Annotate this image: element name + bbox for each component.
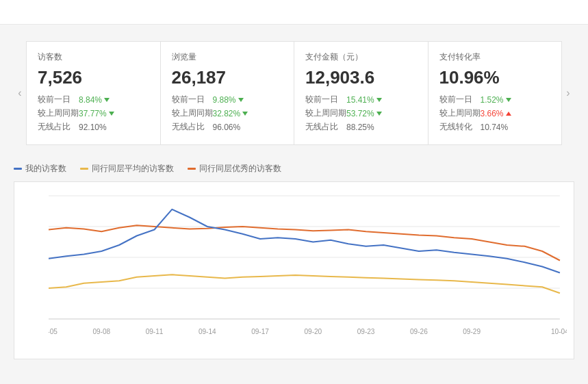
legend-item-peer_top: 同行同层优秀的访客数 — [188, 163, 281, 175]
metric-row-payment: 较上周同期53.72% — [305, 107, 417, 119]
svg-text:10-04: 10-04 — [551, 328, 567, 335]
metrics-cards: 访客数7,526较前一日8.84%较上周同期37.77%无线占比92.10%浏览… — [26, 41, 562, 145]
metric-row-conversion: 较前一日1.52% — [439, 94, 551, 105]
svg-text:09-23: 09-23 — [357, 328, 375, 335]
chart-section: 我的访客数同行同层平均的访客数同行同层优秀的访客数 5,00010,00015,… — [0, 145, 588, 370]
legend-item-mine: 我的访客数 — [14, 163, 66, 175]
right-arrow[interactable]: › — [562, 73, 574, 114]
metric-row-visitors: 较前一日8.84% — [38, 94, 149, 105]
chart-legend: 我的访客数同行同层平均的访客数同行同层优秀的访客数 — [14, 163, 574, 175]
metric-label-visitors: 访客数 — [38, 51, 149, 63]
svg-text:09-08: 09-08 — [92, 328, 110, 335]
metric-card-visitors: 访客数7,526较前一日8.84%较上周同期37.77%无线占比92.10% — [27, 42, 161, 144]
metric-row-visitors: 较上周同期37.77% — [38, 107, 149, 119]
metric-card-payment: 支付金额（元）12,903.6较前一日15.41%较上周同期53.72%无线占比… — [294, 42, 429, 144]
svg-text:09-29: 09-29 — [463, 328, 481, 335]
metric-row-payment: 无线占比88.25% — [305, 121, 417, 133]
metric-row-pageviews: 较前一日9.88% — [172, 94, 283, 105]
metric-row-pageviews: 较上周同期32.82% — [172, 107, 283, 119]
metric-card-pageviews: 浏览量26,187较前一日9.88%较上周同期32.82%无线占比96.06% — [161, 42, 295, 144]
metric-value-payment: 12,903.6 — [305, 67, 417, 88]
svg-text:09-14: 09-14 — [199, 328, 216, 335]
chart-container: 5,00010,00015,00020,00009-0509-0809-1109… — [14, 181, 574, 359]
metric-row-payment: 较前一日15.41% — [305, 94, 417, 105]
metric-label-conversion: 支付转化率 — [439, 51, 551, 63]
svg-text:09-26: 09-26 — [410, 328, 428, 335]
metric-label-pageviews: 浏览量 — [172, 51, 283, 63]
metric-row-conversion: 较上周同期3.66% — [439, 107, 551, 119]
svg-text:09-05: 09-05 — [49, 328, 57, 335]
date-navigation — [0, 0, 588, 25]
legend-item-peer_avg: 同行同层平均的访客数 — [80, 163, 174, 175]
metric-value-conversion: 10.96% — [439, 67, 551, 88]
section-header — [0, 25, 588, 41]
metric-value-pageviews: 26,187 — [172, 67, 283, 88]
metric-card-conversion: 支付转化率10.96%较前一日1.52%较上周同期3.66%无线转化10.74% — [429, 42, 562, 144]
metric-value-visitors: 7,526 — [38, 67, 149, 88]
metric-row-visitors: 无线占比92.10% — [38, 121, 149, 133]
svg-text:09-20: 09-20 — [304, 328, 322, 335]
metrics-wrapper: ‹ 访客数7,526较前一日8.84%较上周同期37.77%无线占比92.10%… — [0, 41, 588, 145]
metric-row-pageviews: 无线占比96.06% — [172, 121, 283, 133]
left-arrow[interactable]: ‹ — [14, 73, 26, 114]
svg-text:09-11: 09-11 — [146, 328, 164, 335]
metric-row-conversion: 无线转化10.74% — [439, 121, 551, 133]
svg-text:09-17: 09-17 — [251, 328, 269, 335]
metric-label-payment: 支付金额（元） — [305, 51, 417, 63]
